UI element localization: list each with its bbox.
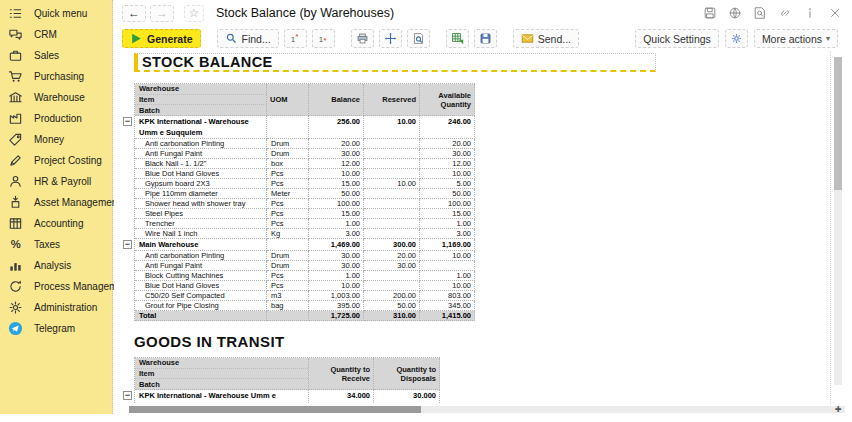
asset-management-icon: [8, 195, 23, 210]
horizontal-scrollbar[interactable]: [129, 406, 845, 413]
production-icon: [8, 111, 23, 126]
table-row[interactable]: Pipe 110mm diameterMeter50.0050.00: [135, 189, 475, 199]
table-row[interactable]: Steel PipesPcs15.0015.00: [135, 209, 475, 219]
row-reserved: [364, 199, 420, 209]
row-available: [420, 261, 475, 271]
row-available: 12.00: [420, 159, 475, 169]
row-name: Anti Fungal Paint: [135, 149, 267, 159]
vertical-scrollbar-thumb[interactable]: [834, 57, 842, 190]
table-row[interactable]: Total1,725.00310.001,415.00: [135, 311, 475, 321]
row-balance: 1.00: [309, 271, 364, 281]
row-uom: m3: [267, 291, 309, 301]
sidebar-item-taxes[interactable]: %Taxes: [0, 234, 112, 255]
row-name: Block Cutting Machines: [135, 271, 267, 281]
save-file-button[interactable]: [474, 29, 497, 48]
find-button[interactable]: Find...: [217, 29, 279, 48]
row-quantity-to-disposals: 30.000: [374, 390, 440, 404]
table-row[interactable]: TrencherPcs1.001.00: [135, 219, 475, 229]
quick-settings-label: Quick Settings: [643, 33, 711, 45]
save-icon[interactable]: [703, 6, 717, 20]
table-row[interactable]: Block Cutting MachinesPcs1.001.00: [135, 271, 475, 281]
collapse-groups-button[interactable]: 1*: [284, 29, 307, 48]
sidebar-item-warehouse[interactable]: Warehouse: [0, 87, 112, 108]
sidebar-item-purchasing[interactable]: Purchasing: [0, 66, 112, 87]
quick-settings-button[interactable]: Quick Settings: [635, 29, 719, 48]
row-balance: 12.00: [309, 159, 364, 169]
floppy-icon: [479, 32, 492, 45]
vertical-scrollbar[interactable]: [834, 57, 842, 385]
table-row[interactable]: Gypsum board 2X3Pcs15.0010.005.00: [135, 179, 475, 189]
table-row[interactable]: Wire Nail 1 inchKg3.003.00: [135, 229, 475, 239]
sidebar-item-process-management[interactable]: Process Management: [0, 276, 112, 297]
report-settings-button[interactable]: [725, 29, 748, 48]
sidebar-item-asset-management[interactable]: Asset Management: [0, 192, 112, 213]
sidebar-item-telegram[interactable]: Telegram: [0, 318, 112, 339]
table-row[interactable]: KPK International - Warehouse Umm e Suqq…: [135, 390, 440, 404]
table-row[interactable]: Anti Fungal PaintDrum30.0030.00: [135, 261, 475, 271]
sidebar-item-project-costing[interactable]: Project Costing: [0, 150, 112, 171]
table-row[interactable]: Black Nail - 1. 1/2"box12.0012.00: [135, 159, 475, 169]
table-row[interactable]: KPK International - Warehouse Umm e Suqq…: [135, 116, 475, 139]
collapse-group-button[interactable]: −: [123, 391, 132, 400]
sidebar-item-crm[interactable]: CRM: [0, 24, 112, 45]
sidebar: Quick menuCRMSalesPurchasingWarehousePro…: [0, 0, 113, 414]
sidebar-item-hr-payroll[interactable]: HR & Payroll: [0, 171, 112, 192]
row-available: 10.00: [420, 169, 475, 179]
favorite-star-icon[interactable]: ☆: [184, 5, 204, 22]
purchasing-icon: [8, 69, 23, 84]
table-row[interactable]: Blue Dot Hand GlovesPcs10.0010.00: [135, 169, 475, 179]
sidebar-item-money[interactable]: Money: [0, 129, 112, 150]
table-row[interactable]: Shower head with shower trayPcs100.00100…: [135, 199, 475, 209]
table-row[interactable]: Anti carbonation PintingDrum20.0020.00: [135, 139, 475, 149]
more-actions-button[interactable]: More actions ▾: [754, 29, 838, 48]
close-icon[interactable]: [828, 6, 842, 20]
collapse-group-button[interactable]: −: [123, 240, 132, 249]
sidebar-item-label: Money: [34, 134, 64, 145]
row-balance: 3.00: [309, 229, 364, 239]
table-row[interactable]: Main Warehouse1,469.00300.001,169.00−: [135, 239, 475, 251]
excel-icon: [451, 32, 464, 45]
horizontal-scrollbar-thumb[interactable]: [129, 406, 421, 413]
sidebar-item-production[interactable]: Production: [0, 108, 112, 129]
table-row[interactable]: Anti carbonation PintingDrum30.0020.0010…: [135, 251, 475, 261]
row-name: Steel Pipes: [135, 209, 267, 219]
column-available-quantity: Available Quantity: [420, 84, 475, 116]
sidebar-item-analysis[interactable]: Analysis: [0, 255, 112, 276]
row-reserved: [364, 281, 420, 291]
document-search-icon[interactable]: [753, 6, 767, 20]
forward-button[interactable]: →: [150, 5, 174, 22]
sidebar-item-quick-menu[interactable]: Quick menu: [0, 3, 112, 24]
print-button[interactable]: [351, 29, 374, 48]
column-warehouse-item-batch: Warehouse Item Batch: [135, 84, 267, 116]
info-icon[interactable]: [803, 6, 817, 20]
send-button[interactable]: Send...: [513, 29, 579, 48]
stock-balance-title[interactable]: STOCK BALANCE: [134, 53, 656, 72]
application-window: Quick menuCRMSalesPurchasingWarehousePro…: [0, 0, 852, 422]
globe-icon[interactable]: [728, 6, 742, 20]
expand-groups-button[interactable]: 1*: [312, 29, 335, 48]
sidebar-item-label: Accounting: [34, 218, 83, 229]
row-reserved: 30.00: [364, 261, 420, 271]
sidebar-item-administration[interactable]: Administration: [0, 297, 112, 318]
link-icon[interactable]: [778, 6, 792, 20]
goods-in-transit-title: GOODS IN TRANSIT: [134, 333, 830, 350]
hr-payroll-icon: [8, 174, 23, 189]
export-spreadsheet-button[interactable]: [446, 29, 469, 48]
row-reserved: [364, 229, 420, 239]
print-preview-button[interactable]: [407, 29, 430, 48]
row-uom: Drum: [267, 139, 309, 149]
row-name: Anti carbonation Pinting: [135, 139, 267, 149]
table-row[interactable]: C50/20 Self Compactedm31,003.00200.00803…: [135, 291, 475, 301]
back-button[interactable]: ←: [122, 5, 146, 22]
row-available: 100.00: [420, 199, 475, 209]
sidebar-item-sales[interactable]: Sales: [0, 45, 112, 66]
generate-button[interactable]: Generate: [122, 29, 201, 48]
sidebar-item-accounting[interactable]: Accounting: [0, 213, 112, 234]
administration-icon: [8, 300, 23, 315]
table-row[interactable]: Anti Fungal PaintDrum30.0030.00: [135, 149, 475, 159]
find-label: Find...: [242, 33, 271, 45]
table-row[interactable]: Grout for Pipe Closingbag395.0050.00345.…: [135, 301, 475, 311]
collapse-group-button[interactable]: −: [123, 117, 132, 126]
page-setup-button[interactable]: [379, 29, 402, 48]
table-row[interactable]: Blue Dot Hand GlovesPcs10.0010.00: [135, 281, 475, 291]
